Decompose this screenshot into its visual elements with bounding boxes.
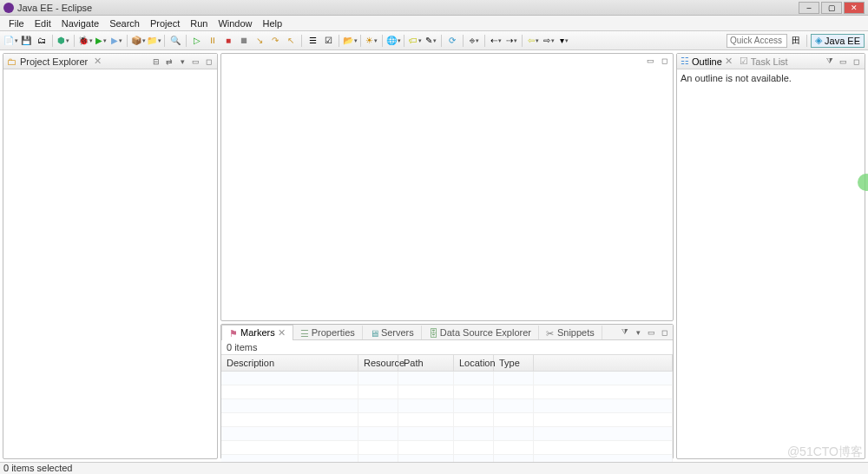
separator xyxy=(441,35,442,47)
status-bar: 0 items selected xyxy=(0,462,868,474)
new-wizard-icon[interactable]: 📄 xyxy=(3,34,17,48)
run-icon[interactable]: ▶ xyxy=(94,34,108,48)
separator xyxy=(52,35,53,47)
markers-count: 0 items xyxy=(221,340,673,354)
open-task-icon[interactable]: ☀ xyxy=(365,34,378,48)
editor-area[interactable]: ▭ ◻ xyxy=(220,53,674,321)
window-buttons: – ▢ ✕ xyxy=(799,2,865,14)
terminate-icon[interactable]: ■ xyxy=(221,34,235,48)
view-menu-icon[interactable]: ⧩ xyxy=(620,327,630,338)
back-icon[interactable]: ⇦ xyxy=(526,34,540,48)
window-title: Java EE - Eclipse xyxy=(17,3,799,13)
maximize-editor-icon[interactable]: ◻ xyxy=(659,56,669,66)
col-type[interactable]: Type xyxy=(494,355,534,371)
minimize-button[interactable]: – xyxy=(799,2,819,14)
debug-icon[interactable]: 🐞 xyxy=(78,34,92,48)
markers-table-head: Description Resource Path Location Type xyxy=(221,354,673,372)
separator xyxy=(360,35,361,47)
properties-icon: ☰ xyxy=(300,328,309,337)
minimize-editor-icon[interactable]: ▭ xyxy=(645,56,655,66)
new-package-icon[interactable]: 📁 xyxy=(147,34,161,48)
close-view-icon[interactable]: ✕ xyxy=(94,56,102,67)
col-resource[interactable]: Resource xyxy=(358,355,398,371)
minimize-panel-icon[interactable]: ▭ xyxy=(646,327,656,338)
view-menu-icon[interactable]: ⧩ xyxy=(825,56,835,67)
next-annotation-icon[interactable]: ⇢ xyxy=(504,34,518,48)
separator xyxy=(382,35,383,47)
menu-help[interactable]: Help xyxy=(258,16,288,30)
close-tab-icon[interactable]: ✕ xyxy=(278,327,286,339)
search-icon[interactable]: 🔍 xyxy=(168,34,182,48)
run-last-icon[interactable]: ▶ xyxy=(109,34,123,48)
menu-run[interactable]: Run xyxy=(185,16,213,30)
col-spacer xyxy=(534,355,673,371)
maximize-view-icon[interactable]: ◻ xyxy=(203,56,214,67)
save-all-icon[interactable]: 🗂 xyxy=(35,34,49,48)
open-perspective-icon[interactable]: 田 xyxy=(789,34,803,48)
separator xyxy=(404,35,404,47)
tab-servers[interactable]: 🖥 Servers xyxy=(363,326,422,339)
forward-icon[interactable]: ⇨ xyxy=(542,34,556,48)
prev-annotation-icon[interactable]: ⇠ xyxy=(489,34,503,48)
view-menu-icon[interactable]: ▾ xyxy=(633,327,643,338)
outline-empty-text: An outline is not available. xyxy=(681,73,792,83)
disconnect-icon[interactable]: ⏹ xyxy=(237,34,251,48)
project-explorer-view: 🗀 Project Explorer ✕ ⊟ ⇄ ▾ ▭ ◻ xyxy=(3,53,218,459)
menu-navigate[interactable]: Navigate xyxy=(56,16,104,30)
tab-data-source-explorer[interactable]: 🗄 Data Source Explorer xyxy=(422,326,539,339)
new-project-icon[interactable]: 📦 xyxy=(131,34,145,48)
toggle-breadcrumb-icon[interactable]: ☰ xyxy=(306,34,319,48)
tab-snippets[interactable]: ✂ Snippets xyxy=(539,326,602,339)
minimize-view-icon[interactable]: ▭ xyxy=(190,56,201,67)
tab-properties[interactable]: ☰ Properties xyxy=(293,326,363,339)
resume-icon[interactable]: ▷ xyxy=(190,34,204,48)
maximize-view-icon[interactable]: ◻ xyxy=(851,56,861,67)
col-location[interactable]: Location xyxy=(454,355,494,371)
suspend-icon[interactable]: ⏸ xyxy=(206,34,220,48)
project-explorer-body[interactable] xyxy=(3,69,217,458)
separator xyxy=(127,35,128,47)
maximize-button[interactable]: ▢ xyxy=(821,2,842,14)
tab-markers[interactable]: ⚑ Markers ✕ xyxy=(221,325,293,340)
step-over-icon[interactable]: ↷ xyxy=(268,34,282,48)
outline-view: ☷ Outline ✕ ☑ Task List ⧩ ▭ ◻ An outline xyxy=(676,53,865,459)
minimize-view-icon[interactable]: ▭ xyxy=(838,56,848,67)
tab-markers-label: Markers xyxy=(240,327,275,338)
col-path[interactable]: Path xyxy=(398,355,454,371)
separator xyxy=(164,35,165,47)
new-server-icon[interactable]: ⬢ xyxy=(56,34,70,48)
toggle-mark-icon[interactable]: ☑ xyxy=(321,34,335,48)
close-tab-icon[interactable]: ✕ xyxy=(725,56,733,67)
nav-icon[interactable]: ⎆ xyxy=(467,34,481,48)
menu-window[interactable]: Window xyxy=(213,16,257,30)
menu-edit[interactable]: Edit xyxy=(30,16,56,30)
refresh-icon[interactable]: ⟳ xyxy=(445,34,459,48)
col-description[interactable]: Description xyxy=(221,355,358,371)
view-menu-icon[interactable]: ▾ xyxy=(177,56,187,67)
menu-project[interactable]: Project xyxy=(145,16,185,30)
step-into-icon[interactable]: ↘ xyxy=(253,34,266,48)
tab-properties-label: Properties xyxy=(312,327,355,338)
web-browser-icon[interactable]: 🌐 xyxy=(386,34,400,48)
markers-icon: ⚑ xyxy=(229,328,238,337)
close-button[interactable]: ✕ xyxy=(844,2,865,14)
menu-search[interactable]: Search xyxy=(104,16,145,30)
markers-table-body[interactable] xyxy=(221,372,673,469)
tab-task-list[interactable]: ☑ Task List xyxy=(740,56,788,67)
drop-icon[interactable]: ▾ xyxy=(557,34,571,48)
open-type-icon[interactable]: 📂 xyxy=(343,34,357,48)
maximize-panel-icon[interactable]: ◻ xyxy=(659,327,669,338)
pin-icon[interactable]: ✎ xyxy=(424,34,437,48)
link-editor-icon[interactable]: ⇄ xyxy=(164,56,174,67)
tab-outline[interactable]: ☷ Outline ✕ xyxy=(681,56,733,67)
collapse-all-icon[interactable]: ⊟ xyxy=(151,56,161,67)
menu-file[interactable]: File xyxy=(3,16,30,30)
separator xyxy=(484,35,485,47)
quick-access-input[interactable] xyxy=(727,34,787,48)
bottom-panel: ⚑ Markers ✕ ☰ Properties 🖥 Servers 🗄 Dat… xyxy=(220,324,674,459)
save-icon[interactable]: 💾 xyxy=(19,34,33,48)
annotation-icon[interactable]: 🏷 xyxy=(408,34,422,48)
step-return-icon[interactable]: ↖ xyxy=(284,34,298,48)
workbench: 🗀 Project Explorer ✕ ⊟ ⇄ ▾ ▭ ◻ ▭ ◻ xyxy=(0,50,868,462)
perspective-javaee[interactable]: ◈ Java EE xyxy=(811,34,865,48)
